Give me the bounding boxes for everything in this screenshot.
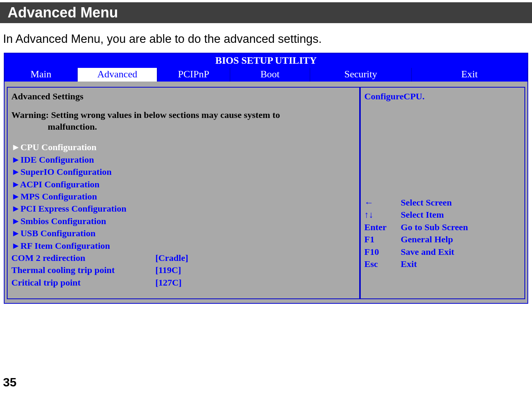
submenu-label: SuperIO Configuration [20,167,112,177]
triangle-right-icon: ► [11,141,18,153]
submenu-list: ► CPU Configuration ► IDE Configuration … [11,141,355,252]
help-row: Esc Exit [365,258,521,270]
help-action: Go to Sub Screen [401,222,468,232]
help-key: Enter [365,221,399,233]
triangle-right-icon: ► [11,240,18,252]
help-key: F10 [365,246,399,258]
triangle-right-icon: ► [11,215,18,227]
submenu-cpu-configuration[interactable]: ► CPU Configuration [11,141,355,153]
help-row: F1 General Help [365,233,521,245]
submenu-label: IDE Configuration [20,155,94,165]
submenu-label: ACPI Configuration [20,179,100,189]
page-container: Advanced Menu In Advanced Menu, you are … [0,2,532,394]
navigation-help: ← Select Screen ↑↓ Select Item Enter Go … [365,196,521,270]
section-description: In Advanced Menu, you are able to do the… [0,23,532,53]
submenu-usb-configuration[interactable]: ► USB Configuration [11,227,355,239]
setting-label: Critical trip point [11,276,155,289]
advanced-settings-panel: Advanced Settings Warning: Setting wrong… [7,87,360,299]
help-action: Select Item [401,210,444,220]
setting-critical-trip-point[interactable]: Critical trip point [127C] [11,276,355,289]
help-action: Exit [401,259,417,269]
help-action: General Help [401,234,453,244]
submenu-pci-express-configuration[interactable]: ► PCI Express Configuration [11,202,355,215]
submenu-ide-configuration[interactable]: ► IDE Configuration [11,154,355,166]
submenu-label: MPS Configuration [20,192,97,201]
triangle-right-icon: ► [11,227,18,239]
help-panel: ConfigureCPU. ← Select Screen ↑↓ Select … [360,87,526,299]
setting-label: COM 2 redirection [11,252,155,264]
submenu-mps-configuration[interactable]: ► MPS Configuration [11,190,355,202]
item-help-title: ConfigureCPU. [365,91,521,102]
setting-thermal-cooling-trip-point[interactable]: Thermal cooling trip point [119C] [11,264,355,276]
triangle-right-icon: ► [11,178,18,190]
tab-pcipnp[interactable]: PCIPnP [157,68,230,82]
page-number: 35 [3,375,17,389]
bios-tabs: Main Advanced PCIPnP Boot Security Exit [5,68,527,82]
help-key: ↑↓ [365,209,399,221]
help-key: ← [365,196,399,209]
submenu-superio-configuration[interactable]: ► SuperIO Configuration [11,166,355,178]
help-key: Esc [365,258,399,270]
tab-main[interactable]: Main [5,68,77,82]
tab-boot[interactable]: Boot [230,68,310,82]
warning-line-1: Warning: Setting wrong values in below s… [11,110,280,120]
help-action: Select Screen [401,198,452,207]
bios-utility: BIOS SETUP UTILITY Main Advanced PCIPnP … [4,53,528,304]
triangle-right-icon: ► [11,154,18,166]
tab-exit[interactable]: Exit [412,68,527,82]
bios-title: BIOS SETUP UTILITY [5,53,527,68]
help-row: ← Select Screen [365,196,521,209]
triangle-right-icon: ► [11,166,18,178]
submenu-label: CPU Configuration [20,142,97,152]
submenu-acpi-configuration[interactable]: ► ACPI Configuration [11,178,355,190]
setting-label: Thermal cooling trip point [11,264,155,276]
setting-value: [Cradle] [155,252,188,264]
submenu-label: RF Item Configuration [20,241,110,251]
section-header: Advanced Menu [0,2,532,23]
setting-value: [119C] [155,264,181,276]
help-row: Enter Go to Sub Screen [365,221,521,233]
help-action: Save and Exit [401,247,454,257]
warning-line-2: malfunction. [11,121,355,133]
submenu-rf-item-configuration[interactable]: ► RF Item Configuration [11,240,355,252]
bios-body: Advanced Settings Warning: Setting wrong… [7,87,525,299]
tab-security[interactable]: Security [310,68,412,82]
submenu-label: USB Configuration [20,228,95,238]
tab-advanced[interactable]: Advanced [77,68,157,82]
setting-com2-redirection[interactable]: COM 2 redirection [Cradle] [11,252,355,264]
submenu-label: Smbios Configuration [20,216,106,226]
triangle-right-icon: ► [11,190,18,202]
warning-text: Warning: Setting wrong values in below s… [11,109,355,133]
submenu-label: PCI Express Configuration [20,204,127,213]
setting-value: [127C] [155,276,182,289]
help-key: F1 [365,233,399,245]
panel-title: Advanced Settings [11,91,355,102]
help-row: ↑↓ Select Item [365,209,521,221]
triangle-right-icon: ► [11,202,18,215]
submenu-smbios-configuration[interactable]: ► Smbios Configuration [11,215,355,227]
page-title: Advanced Menu [8,5,524,21]
help-row: F10 Save and Exit [365,246,521,258]
